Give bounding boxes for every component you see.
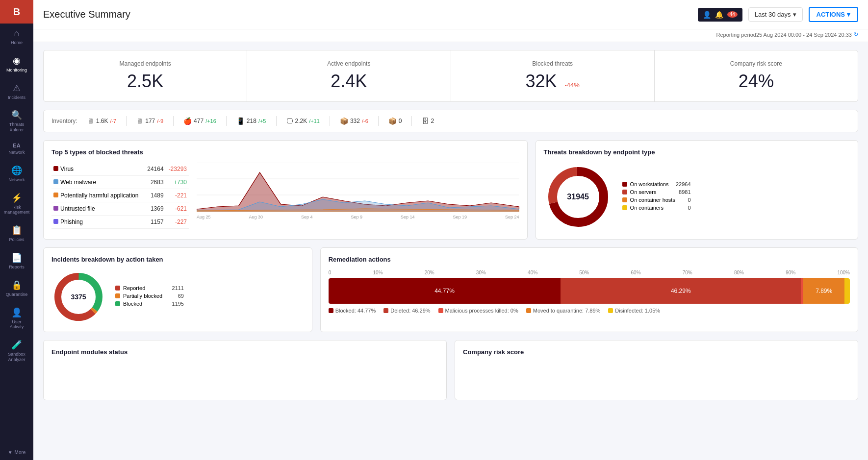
time-range-label: Last 30 days xyxy=(755,11,791,18)
sidebar-item-threats-xplorer[interactable]: 🔍 ThreatsXplorer xyxy=(0,105,33,138)
sidebar-item-reports[interactable]: 📄 Reports xyxy=(0,247,33,275)
incidents-icon: ⚠ xyxy=(13,83,21,94)
sidebar-item-label: SandboxAnalyzer xyxy=(8,352,26,363)
sidebar-item-home[interactable]: ⌂ Home xyxy=(0,24,33,50)
threat-name: Untrusted file xyxy=(60,205,95,212)
axis-label: Sep 9 xyxy=(351,215,363,219)
legend-item: On containers 0 xyxy=(622,205,691,211)
axis-tick: 20% xyxy=(425,270,434,275)
stat-label: Active endpoints xyxy=(257,60,440,67)
chart-area: Virus 24164 -23293 Web malware 2683 +730… xyxy=(51,163,519,229)
bar-axis: 0 10% 20% 30% 40% 50% 60% 70% 80% 90% 10… xyxy=(329,270,850,275)
inv-value: 177 xyxy=(145,118,155,124)
main-content: Executive Summary 👤 🔔 44 Last 30 days ▾ … xyxy=(33,0,868,460)
actions-button[interactable]: ACTIONS ▾ xyxy=(809,7,859,22)
threats-table-wrap: Virus 24164 -23293 Web malware 2683 +730… xyxy=(51,163,189,229)
stat-active-endpoints: Active endpoints 2.4K xyxy=(247,50,450,101)
bell-icon[interactable]: 🔔 xyxy=(715,11,723,19)
sidebar-item-sandbox-analyzer[interactable]: 🧪 SandboxAnalyzer xyxy=(0,335,33,367)
table-row: Potentially harmful application 1489 -22… xyxy=(51,189,189,202)
sidebar-item-label: Quarantine xyxy=(6,292,28,297)
legend-value: 8981 xyxy=(679,189,690,195)
legend-label: Moved to quarantine: 7.89% xyxy=(533,308,601,314)
incidents-donut: 3375 xyxy=(51,270,105,324)
policies-icon: 📋 xyxy=(11,225,22,236)
incidents-panel: Incidents breakdown by action taken 3375 xyxy=(43,247,312,332)
axis-label: Sep 14 xyxy=(401,215,415,219)
inv-item-container2: 📦 0 xyxy=(388,117,402,125)
sidebar-item-risk-management[interactable]: ⚡ Riskmanagement xyxy=(0,188,33,220)
threats-row: Top 5 types of blocked threats Virus 241… xyxy=(43,140,858,240)
sidebar-item-quarantine[interactable]: 🔒 Quarantine xyxy=(0,275,33,302)
table-row: Web malware 2683 +730 xyxy=(51,176,189,189)
notification-badge: 44 xyxy=(727,11,738,18)
network-ea-icon: EA xyxy=(13,143,20,148)
header-icons: 👤 🔔 44 xyxy=(698,8,742,22)
company-risk-content xyxy=(463,363,850,392)
stat-managed-endpoints: Managed endpoints 2.5K xyxy=(44,50,247,101)
incidents-donut-value: 3375 xyxy=(71,293,86,301)
time-range-selector[interactable]: Last 30 days ▾ xyxy=(748,7,803,22)
color-swatch xyxy=(53,206,58,211)
axis-label: Aug 25 xyxy=(197,215,211,219)
sidebar-item-label: Policies xyxy=(9,237,24,242)
sidebar-item-label: Riskmanagement xyxy=(4,205,30,216)
threats-icon: 🔍 xyxy=(11,110,22,121)
legend-item: Partially blocked 69 xyxy=(115,293,184,299)
sidebar-item-network-ea[interactable]: EA Network xyxy=(0,138,33,160)
threat-name: Virus xyxy=(60,166,74,172)
container-icon: 📦 xyxy=(340,117,348,125)
divider xyxy=(226,116,227,126)
axis-label: Sep 19 xyxy=(453,215,467,219)
legend-item: Malicious processes killed: 0% xyxy=(438,308,518,314)
reports-icon: 📄 xyxy=(11,252,22,263)
legend-dot xyxy=(438,308,443,313)
inv-change: /-6 xyxy=(362,118,368,124)
threat-count: 2683 xyxy=(144,176,165,189)
inv-change: /+5 xyxy=(258,118,266,124)
threats-table: Virus 24164 -23293 Web malware 2683 +730… xyxy=(51,163,189,229)
donut-chart: 31945 xyxy=(544,163,613,231)
legend-dot xyxy=(329,308,333,313)
home-icon: ⌂ xyxy=(14,28,20,39)
legend-item: On workstations 22964 xyxy=(622,181,691,187)
legend-left: On workstations xyxy=(622,181,669,187)
divider xyxy=(173,116,174,126)
incidents-legend: Reported 2111 Partially blocked 69 xyxy=(115,285,184,309)
legend-label: On containers xyxy=(630,205,664,211)
more-button[interactable]: ▼ More xyxy=(0,445,33,460)
legend-label: Reported xyxy=(123,285,145,291)
inv-change: /+11 xyxy=(309,118,320,124)
chevron-down-icon: ▼ xyxy=(8,450,13,455)
remediation-bar-wrap: 0 10% 20% 30% 40% 50% 60% 70% 80% 90% 10… xyxy=(329,270,850,314)
legend-left: On servers xyxy=(622,189,657,195)
axis-tick: 60% xyxy=(631,270,641,275)
stat-company-risk: Company risk score 24% xyxy=(655,50,858,101)
sidebar-item-monitoring[interactable]: ◉ Monitoring xyxy=(0,50,33,78)
axis-tick: 50% xyxy=(579,270,589,275)
sidebar-item-user-activity[interactable]: 👤 UserActivity xyxy=(0,302,33,335)
sidebar: B ⌂ Home ◉ Monitoring ⚠ Incidents 🔍 Thre… xyxy=(0,0,33,460)
table-row: Virus 24164 -23293 xyxy=(51,163,189,176)
axis-tick: 0 xyxy=(329,270,332,275)
stat-value: 24% xyxy=(664,71,848,92)
vm-icon: 🖵 xyxy=(286,117,293,125)
area-chart: Aug 25 Aug 30 Sep 4 Sep 9 Sep 14 Sep 19 … xyxy=(197,163,519,229)
divider xyxy=(378,116,379,126)
sidebar-item-incidents[interactable]: ⚠ Incidents xyxy=(0,78,33,105)
user-icon[interactable]: 👤 xyxy=(703,11,711,19)
legend-value: 69 xyxy=(178,293,184,299)
inv-value: 332 xyxy=(350,118,360,124)
incidents-wrap: 3375 Reported 2111 xyxy=(51,270,304,324)
legend-item: Blocked: 44.77% xyxy=(329,308,376,314)
sidebar-item-policies[interactable]: 📋 Policies xyxy=(0,220,33,247)
inv-value: 1.6K xyxy=(96,118,108,124)
app-logo[interactable]: B xyxy=(0,0,33,24)
legend-dot xyxy=(622,190,627,194)
sidebar-item-label: Network xyxy=(8,150,25,155)
bar-legend: Blocked: 44.77% Deleted: 46.29% Maliciou… xyxy=(329,308,850,314)
sidebar-item-network[interactable]: 🌐 Network xyxy=(0,160,33,188)
axis-tick: 90% xyxy=(786,270,795,275)
legend-dot xyxy=(608,308,613,313)
refresh-icon[interactable]: ↻ xyxy=(854,31,858,38)
